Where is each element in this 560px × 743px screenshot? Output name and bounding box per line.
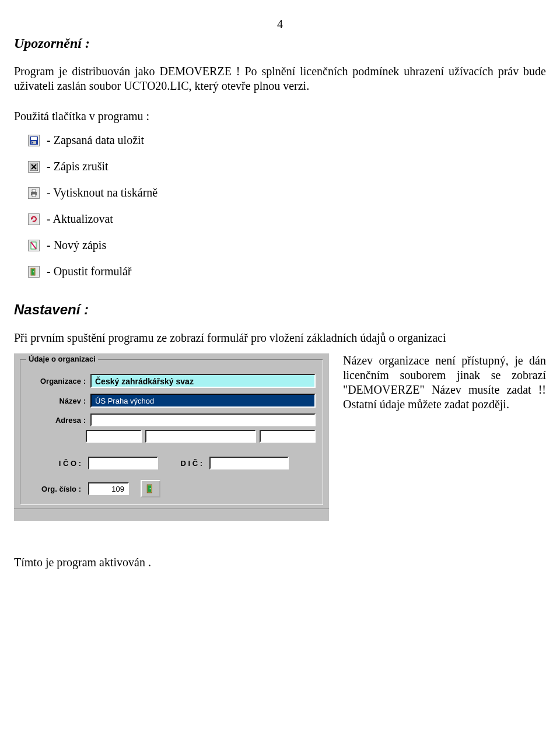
svg-rect-9 bbox=[32, 194, 36, 197]
label-ico: I Č O : bbox=[27, 459, 83, 468]
save-icon bbox=[28, 135, 40, 146]
buttons-used-heading: Použitá tlačítka v programu : bbox=[14, 110, 546, 123]
adresa-mesto-field[interactable] bbox=[145, 430, 256, 443]
settings-two-column: Údaje o organizaci Organizace : Český za… bbox=[14, 353, 546, 521]
dic-field[interactable] bbox=[209, 457, 289, 469]
fieldset-legend: Údaje o organizaci bbox=[26, 355, 98, 363]
refresh-icon bbox=[28, 213, 40, 225]
ico-field[interactable] bbox=[88, 457, 158, 469]
cancel-icon bbox=[28, 161, 40, 173]
page-number: 4 bbox=[14, 17, 546, 31]
list-item-label: - Aktualizovat bbox=[47, 212, 113, 226]
nazev-field[interactable]: ÚS Praha východ bbox=[90, 394, 316, 408]
list-item: - Opustit formulář bbox=[28, 265, 546, 278]
list-item: - Nový zápis bbox=[28, 239, 546, 252]
label-org-cislo: Org. číslo : bbox=[27, 485, 83, 493]
list-item-label: - Zápis zrušit bbox=[47, 160, 108, 173]
settings-intro-paragraph: Při prvním spuštění programu ze zobrazí … bbox=[14, 331, 546, 345]
org-cislo-field[interactable]: 109 bbox=[88, 482, 129, 495]
label-organizace: Organizace : bbox=[27, 377, 90, 385]
list-item-label: - Zapsaná data uložit bbox=[47, 134, 144, 147]
svg-point-18 bbox=[150, 488, 151, 489]
list-item-label: - Nový zápis bbox=[47, 239, 106, 252]
document-page: 4 Upozornění : Program je distribuován j… bbox=[0, 0, 560, 743]
organization-fieldset: Údaje o organizaci Organizace : Český za… bbox=[20, 359, 323, 505]
adresa-field-line1[interactable] bbox=[90, 413, 316, 426]
list-item-label: - Opustit formulář bbox=[47, 265, 132, 278]
list-item-label: - Vytisknout na tiskárně bbox=[47, 186, 158, 199]
label-nazev: Název : bbox=[27, 397, 90, 405]
list-item: - Vytisknout na tiskárně bbox=[28, 186, 546, 199]
intro-paragraph: Program je distribuován jako DEMOVERZE !… bbox=[14, 64, 546, 93]
settings-side-note: Název organizace není přístupný, je dán … bbox=[343, 353, 546, 412]
adresa-row-2 bbox=[86, 430, 316, 443]
label-adresa: Adresa : bbox=[27, 416, 90, 425]
svg-rect-1 bbox=[31, 137, 37, 140]
new-icon bbox=[28, 240, 40, 251]
heading-settings: Nastavení : bbox=[14, 302, 546, 318]
adresa-zeme-field[interactable] bbox=[260, 430, 316, 443]
exit-icon bbox=[28, 266, 40, 278]
adresa-psc-field[interactable] bbox=[86, 430, 142, 443]
organizace-field[interactable]: Český zahrádkářský svaz bbox=[90, 374, 316, 388]
svg-rect-8 bbox=[32, 190, 36, 192]
ico-dic-row: I Č O : D I Č : bbox=[27, 457, 316, 469]
list-item: - Zápis zrušit bbox=[28, 160, 546, 173]
svg-rect-3 bbox=[32, 142, 33, 143]
heading-warning: Upozornění : bbox=[14, 36, 546, 51]
button-descriptions-list: - Zapsaná data uložit - Zápis zrušit bbox=[28, 134, 546, 278]
list-item: - Zapsaná data uložit bbox=[28, 134, 546, 147]
list-item: - Aktualizovat bbox=[28, 212, 546, 226]
exit-form-button[interactable] bbox=[141, 480, 160, 497]
label-dic: D I Č : bbox=[177, 459, 205, 468]
exit-icon bbox=[146, 484, 155, 493]
dialog-statusbar bbox=[14, 509, 329, 521]
footer-paragraph: Tímto je program aktivován . bbox=[14, 556, 546, 569]
print-icon bbox=[28, 187, 40, 199]
svg-point-15 bbox=[33, 271, 34, 272]
org-cislo-row: Org. číslo : 109 bbox=[27, 480, 316, 497]
organization-dialog: Údaje o organizaci Organizace : Český za… bbox=[14, 353, 329, 521]
